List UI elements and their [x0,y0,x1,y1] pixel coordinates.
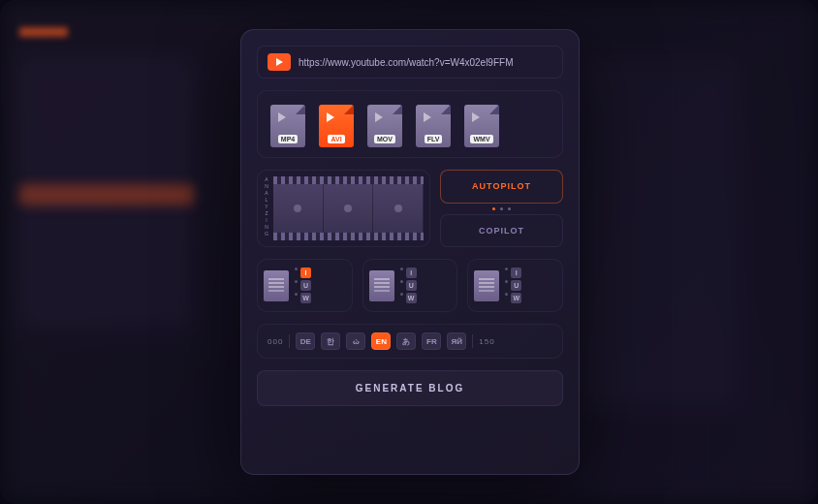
document-icon [474,270,499,301]
svg-marker-0 [276,58,283,66]
analyzing-panel: ANALYZING [257,170,430,247]
count-right: 150 [479,337,494,346]
lang-jp[interactable]: あ [396,332,416,350]
format-flv[interactable]: FLV [413,101,454,147]
lang-gr[interactable]: ώ [346,332,365,350]
template-selector: I U W I U W I U W [257,259,563,312]
lang-de[interactable]: DE [296,332,315,350]
format-selector: MP4 AVI MOV FLV WMV [257,90,563,158]
analyzing-label: ANALYZING [264,176,269,240]
document-icon [369,270,394,301]
format-mov[interactable]: MOV [364,101,405,147]
accent-bar [19,27,68,37]
format-wmv[interactable]: WMV [461,101,502,147]
mode-column: AUTOPILOT COPILOT [440,170,563,247]
url-input[interactable]: https://www.youtube.com/watch?v=W4x02el9… [299,57,552,68]
generate-button[interactable]: GENERATE BLOG [257,370,563,406]
lang-fr[interactable]: FR [422,332,441,350]
mode-indicator-dots [440,207,563,210]
template-3[interactable]: I U W [467,259,563,312]
template-1[interactable]: I U W [257,259,353,312]
format-mp4[interactable]: MP4 [267,101,308,147]
autopilot-button[interactable]: AUTOPILOT [440,170,563,204]
lang-ko[interactable]: 한 [321,332,340,350]
count-left: 000 [267,337,283,346]
url-input-row[interactable]: https://www.youtube.com/watch?v=W4x02el9… [257,46,563,79]
lang-ru[interactable]: ЯЙ [447,332,466,350]
accent-bar-2 [19,184,194,205]
document-icon [264,270,289,301]
filmstrip-icon [273,176,424,240]
template-2[interactable]: I U W [362,259,458,312]
language-selector: 000 DE 한 ώ EN あ FR ЯЙ 150 [257,324,563,359]
youtube-icon [267,53,291,71]
copilot-button[interactable]: COPILOT [440,214,563,248]
format-avi[interactable]: AVI [316,101,357,147]
generator-modal: https://www.youtube.com/watch?v=W4x02el9… [240,29,580,475]
lang-en[interactable]: EN [371,332,391,350]
